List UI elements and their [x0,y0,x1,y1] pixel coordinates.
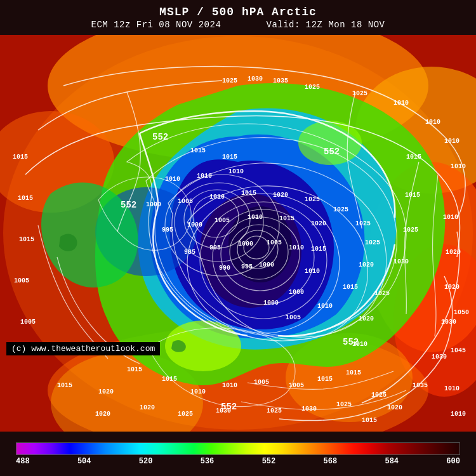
svg-text:1025: 1025 [178,411,193,418]
svg-text:995: 995 [162,227,173,234]
svg-text:1025: 1025 [305,196,320,203]
svg-text:1005: 1005 [20,319,36,326]
svg-text:1015: 1015 [19,236,34,243]
svg-text:1005: 1005 [289,382,304,389]
svg-text:1010: 1010 [222,382,237,389]
svg-text:1010: 1010 [425,119,440,126]
colorbar-label: 504 [77,457,91,466]
svg-text:1020: 1020 [359,315,374,322]
svg-text:1025: 1025 [333,206,348,213]
svg-text:1030: 1030 [216,407,231,414]
svg-text:1010: 1010 [197,173,212,180]
svg-text:1025: 1025 [365,239,380,246]
colorbar-label: 584 [385,457,399,466]
svg-text:1015: 1015 [406,154,421,161]
watermark: (c) www.theweatheroutlook.com [6,342,160,355]
svg-text:1010: 1010 [228,168,244,175]
map-title: MSLP / 500 hPA Arctic [159,6,317,18]
svg-text:1015: 1015 [57,382,72,389]
main-container: MSLP / 500 hPA Arctic ECM 12z Fri 08 NOV… [0,0,476,476]
svg-text:1015: 1015 [162,376,177,383]
svg-text:1005: 1005 [14,277,29,284]
svg-text:1015: 1015 [405,192,420,199]
svg-text:1020: 1020 [95,411,110,418]
svg-text:1035: 1035 [413,382,428,389]
colorbar-label: 600 [446,457,460,466]
run-info: ECM 12z Fri 08 NOV 2024 [91,20,221,30]
svg-text:1025: 1025 [355,220,371,227]
svg-text:1025: 1025 [336,401,352,408]
svg-text:1050: 1050 [454,309,469,316]
svg-text:552: 552 [152,132,168,142]
weather-map: 1025 1030 1035 1025 1025 1010 1010 1010 … [0,35,476,432]
svg-text:1010: 1010 [451,163,466,170]
svg-text:1000: 1000 [289,289,304,296]
colorbar-labels: 488504520536552568584600 [16,457,460,466]
svg-text:552: 552 [121,200,136,210]
colorbar [16,442,460,455]
colorbar-label: 536 [201,457,215,466]
svg-text:1020: 1020 [273,192,288,199]
svg-text:990: 990 [219,265,230,272]
svg-text:1005: 1005 [178,198,193,205]
svg-text:1015: 1015 [222,154,237,161]
colorbar-label: 568 [324,457,338,466]
colorbar-label: 520 [139,457,153,466]
svg-text:995: 995 [209,244,221,251]
svg-text:1005: 1005 [254,379,269,386]
svg-text:1025: 1025 [352,90,367,97]
svg-text:1025: 1025 [222,77,237,84]
svg-text:1010: 1010 [305,268,320,275]
svg-text:552: 552 [343,337,359,347]
svg-text:1010: 1010 [444,138,459,145]
svg-text:1005: 1005 [267,239,282,246]
svg-text:1030: 1030 [248,76,263,83]
svg-text:1020: 1020 [444,284,459,291]
svg-text:1025: 1025 [305,84,320,91]
svg-text:1015: 1015 [127,366,142,373]
svg-text:1015: 1015 [18,195,33,202]
svg-text:1020: 1020 [140,404,155,411]
svg-text:1025: 1025 [403,227,418,234]
svg-text:1015: 1015 [241,190,256,197]
svg-text:1010: 1010 [248,214,263,221]
svg-text:1000: 1000 [187,221,202,228]
svg-text:1020: 1020 [311,220,326,227]
svg-text:1000: 1000 [238,241,253,248]
svg-text:1030: 1030 [393,258,409,265]
svg-text:1025: 1025 [374,290,390,297]
svg-text:1010: 1010 [443,214,458,221]
svg-text:1025: 1025 [371,392,387,399]
svg-text:1015: 1015 [346,369,361,376]
svg-text:1015: 1015 [317,376,333,383]
svg-text:1010: 1010 [444,385,459,392]
map-subtitle: ECM 12z Fri 08 NOV 2024 Valid: 12Z Mon 1… [91,20,385,30]
svg-text:1020: 1020 [98,388,114,395]
svg-text:1015: 1015 [362,417,377,424]
map-area: 1025 1030 1035 1025 1025 1010 1010 1010 … [0,35,476,432]
footer: 488504520536552568584600 [0,432,476,476]
header: MSLP / 500 hPA Arctic ECM 12z Fri 08 NOV… [0,0,476,35]
svg-text:985: 985 [184,249,195,256]
valid-info: Valid: 12Z Mon 18 NOV [267,20,385,30]
svg-text:1015: 1015 [311,246,326,253]
svg-text:1015: 1015 [13,154,28,161]
svg-text:1005: 1005 [286,314,301,321]
svg-text:1010: 1010 [393,100,409,107]
svg-text:1000: 1000 [146,201,161,208]
colorbar-label: 552 [262,457,276,466]
svg-text:1010: 1010 [451,411,466,418]
svg-text:552: 552 [324,147,340,157]
svg-text:1025: 1025 [267,407,282,414]
svg-text:1045: 1045 [451,347,466,354]
svg-text:1010: 1010 [165,176,180,183]
svg-text:1035: 1035 [273,77,288,84]
svg-text:1030: 1030 [441,319,456,326]
svg-text:1015: 1015 [343,284,358,291]
svg-text:1000: 1000 [259,261,274,268]
svg-text:995: 995 [241,263,253,270]
colorbar-container: 488504520536552568584600 [16,442,460,466]
svg-text:1030: 1030 [301,406,317,413]
svg-text:1010: 1010 [190,388,206,395]
svg-text:1005: 1005 [215,217,230,224]
